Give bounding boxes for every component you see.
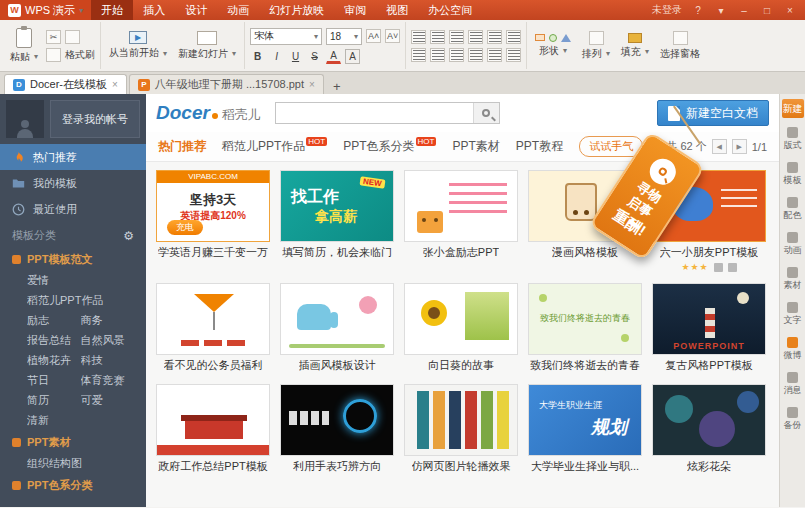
selection-pane-button[interactable]: 选择窗格 <box>657 31 703 61</box>
nav-tab-hot[interactable]: 热门推荐 <box>158 138 206 155</box>
template-tile[interactable]: 政府工作总结PPT模板 <box>151 384 275 475</box>
menu-tab-slideshow[interactable]: 幻灯片放映 <box>259 0 334 20</box>
template-tile[interactable]: 找工作 拿高薪 NEW 填写简历，机会来临门 <box>275 170 399 273</box>
category-link[interactable]: 稻范儿PPT作品 <box>27 290 134 310</box>
sidebar-item-my-templates[interactable]: 我的模板 <box>0 170 146 196</box>
search-button[interactable] <box>473 103 499 123</box>
menu-tab-view[interactable]: 视图 <box>376 0 418 20</box>
skin-dropdown-icon[interactable]: ▾ <box>714 5 728 16</box>
search-input[interactable] <box>276 107 473 119</box>
outdent-icon[interactable] <box>449 30 464 44</box>
panel-item-backup[interactable]: 备份 <box>781 407 805 430</box>
template-tile[interactable]: VIPABC.COM 坚持3天 英语提高120% 充电 学英语月赚三千变一万 <box>151 170 275 273</box>
close-button[interactable]: × <box>783 5 797 16</box>
doc-tab-ppt[interactable]: P 八年级地理下册期 ...15708.ppt × <box>129 74 324 94</box>
login-button[interactable]: 登录我的帐号 <box>50 100 140 138</box>
align-left-icon[interactable] <box>411 48 426 62</box>
paste-button[interactable]: 粘贴▾ <box>7 28 41 64</box>
new-slide-button[interactable]: 新建幻灯片▾ <box>175 31 239 61</box>
template-tile[interactable]: 张小盒励志PPT <box>399 170 523 273</box>
template-tile[interactable]: 看不见的公务员福利 <box>151 283 275 374</box>
category-link[interactable]: 报告总结 <box>27 330 81 350</box>
font-name-select[interactable]: 宋体 ▾ <box>250 28 322 45</box>
panel-item-animation[interactable]: 动画 <box>781 232 805 255</box>
numbering-icon[interactable] <box>430 30 445 44</box>
panel-item-layout[interactable]: 版式 <box>781 127 805 150</box>
share-icon[interactable] <box>728 263 737 272</box>
template-tile[interactable]: 向日葵的故事 <box>399 283 523 374</box>
doc-tab-docer[interactable]: D Docer-在线模板 × <box>4 74 127 94</box>
menu-tab-insert[interactable]: 插入 <box>133 0 175 20</box>
cut-icon[interactable]: ✂ <box>46 30 61 44</box>
template-tile[interactable]: 插画风模板设计 <box>275 283 399 374</box>
columns-icon[interactable] <box>506 48 521 62</box>
section-ppt-color[interactable]: PPT色系分类 <box>0 475 146 496</box>
sidebar-item-recent[interactable]: 最近使用 <box>0 196 146 222</box>
increase-font-icon[interactable]: A˄ <box>366 29 381 43</box>
nav-tab-color-series[interactable]: PPT色系分类HOT <box>343 138 436 155</box>
close-tab-icon[interactable]: × <box>309 79 315 90</box>
panel-new-button[interactable]: 新建 <box>782 99 804 118</box>
wps-logo-menu[interactable]: W WPS 演示 ▾ <box>0 0 91 20</box>
bold-button[interactable]: B <box>250 49 265 64</box>
category-link[interactable]: 体育竞赛 <box>81 370 135 390</box>
category-link[interactable]: 节日 <box>27 370 81 390</box>
panel-item-message[interactable]: 消息 <box>781 372 805 395</box>
close-tab-icon[interactable]: × <box>112 79 118 90</box>
panel-item-material[interactable]: 素材 <box>781 267 805 290</box>
italic-button[interactable]: I <box>269 49 284 64</box>
justify-icon[interactable] <box>468 48 483 62</box>
bullets-icon[interactable] <box>411 30 426 44</box>
play-from-current-button[interactable]: ▶ 从当前开始▾ <box>106 31 170 60</box>
login-status[interactable]: 未登录 <box>652 3 682 17</box>
nav-tab-daofaner[interactable]: 稻范儿PPT作品HOT <box>222 138 327 155</box>
new-tab-button[interactable]: + <box>326 79 348 94</box>
fill-button[interactable]: 填充▾ <box>618 33 652 59</box>
panel-item-text[interactable]: 文字 <box>781 302 805 325</box>
ad-button[interactable]: 充电 <box>167 220 203 235</box>
maximize-button[interactable]: □ <box>760 5 774 16</box>
sidebar-item-hot[interactable]: 热门推荐 <box>0 144 146 170</box>
font-color-button[interactable]: A <box>326 49 341 64</box>
arrange-button[interactable]: 排列▾ <box>579 31 613 61</box>
template-tile[interactable]: 致我们终将逝去的青春 致我们终将逝去的青春 <box>523 283 647 374</box>
panel-item-color[interactable]: 配色 <box>781 197 805 220</box>
font-size-select[interactable]: 18 ▾ <box>326 28 362 45</box>
nav-tab-material[interactable]: PPT素材 <box>452 138 499 155</box>
section-ppt-material[interactable]: PPT素材 <box>0 432 146 453</box>
category-link[interactable]: 简历 <box>27 390 81 410</box>
category-link[interactable]: 爱情 <box>27 270 81 290</box>
category-link[interactable]: 商务 <box>81 310 135 330</box>
category-link[interactable]: 清新 <box>27 410 81 430</box>
underline-button[interactable]: U <box>288 49 303 64</box>
help-icon[interactable]: ? <box>691 5 705 16</box>
download-icon[interactable] <box>714 263 723 272</box>
copy-icon[interactable] <box>65 30 80 44</box>
category-link[interactable]: 科技 <box>81 350 135 370</box>
category-link[interactable]: 自然风景 <box>81 330 135 350</box>
text-direction-icon[interactable] <box>506 30 521 44</box>
panel-item-weibo[interactable]: 微博 <box>781 337 805 360</box>
template-tile[interactable]: 利用手表巧辨方向 <box>275 384 399 475</box>
line-spacing-icon[interactable] <box>487 30 502 44</box>
category-link[interactable]: 可爱 <box>81 390 135 410</box>
template-tile[interactable]: 仿网页图片轮播效果 <box>399 384 523 475</box>
format-painter-button[interactable]: 格式刷 <box>46 48 95 62</box>
align-right-icon[interactable] <box>449 48 464 62</box>
decrease-font-icon[interactable]: A˅ <box>385 29 400 43</box>
menu-tab-design[interactable]: 设计 <box>175 0 217 20</box>
new-blank-doc-button[interactable]: 新建空白文档 <box>657 100 769 126</box>
category-link[interactable]: 植物花卉 <box>27 350 81 370</box>
menu-tab-home[interactable]: 开始 <box>91 0 133 20</box>
section-ppt-template[interactable]: PPT模板范文 <box>0 249 146 270</box>
menu-tab-animation[interactable]: 动画 <box>217 0 259 20</box>
template-tile[interactable]: POWERPOINT 复古风格PPT模板 <box>647 283 771 374</box>
template-tile[interactable]: 大学生职业生涯 规划 大学毕业生择业与职... <box>523 384 647 475</box>
category-link[interactable]: 组织结构图 <box>27 453 134 473</box>
strikethrough-button[interactable]: S <box>307 49 322 64</box>
character-border-button[interactable]: A <box>345 49 360 64</box>
indent-icon[interactable] <box>468 30 483 44</box>
distribute-icon[interactable] <box>487 48 502 62</box>
nav-tab-tutorial[interactable]: PPT教程 <box>516 138 563 155</box>
menu-tab-workspace[interactable]: 办公空间 <box>418 0 482 20</box>
